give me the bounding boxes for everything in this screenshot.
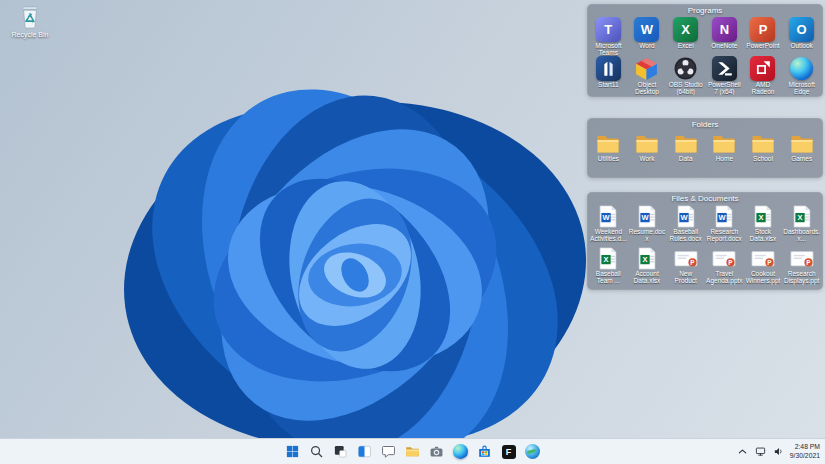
folders-item-label: Utilities bbox=[598, 155, 619, 162]
svg-text:W: W bbox=[641, 213, 649, 222]
programs-item-label: Outlook bbox=[790, 42, 812, 49]
recycle-bin-label: Recycle Bin bbox=[12, 31, 49, 39]
volume-icon[interactable] bbox=[772, 445, 786, 459]
word-icon: W bbox=[634, 17, 659, 42]
chat-icon bbox=[381, 444, 397, 460]
folders-item[interactable]: Home bbox=[705, 131, 744, 177]
taskbar-search-button[interactable] bbox=[308, 443, 326, 461]
programs-item[interactable]: Object Desktop bbox=[628, 56, 667, 95]
recycle-bin[interactable]: Recycle Bin bbox=[6, 4, 54, 39]
files-item[interactable]: W Resume.docx bbox=[628, 205, 667, 247]
folders-item[interactable]: Work bbox=[628, 131, 667, 177]
files-item-label: Research Report.docx bbox=[706, 228, 743, 243]
taskbar-start-button[interactable] bbox=[284, 443, 302, 461]
programs-item[interactable]: Microsoft Edge bbox=[782, 56, 821, 95]
network-icon[interactable] bbox=[754, 445, 768, 459]
programs-item-label: Object Desktop bbox=[628, 81, 665, 95]
ppt-file-icon: P bbox=[790, 247, 814, 270]
files-item[interactable]: P Research Displays.pptx bbox=[782, 247, 821, 289]
files-item-label: Baseball Team ... bbox=[590, 270, 627, 285]
files-item[interactable]: X Dashboards.x... bbox=[782, 205, 821, 247]
files-item[interactable]: X Account Data.xlsx bbox=[628, 247, 667, 289]
taskbar-deskscapes-button[interactable] bbox=[524, 443, 542, 461]
files-item-label: Resume.docx bbox=[628, 228, 665, 243]
taskbar-snipping-tool-button[interactable] bbox=[428, 443, 446, 461]
files-item[interactable]: X Stock Data.xlsx bbox=[744, 205, 783, 247]
programs-item[interactable]: W Word bbox=[628, 17, 667, 56]
files-item-label: Weekend Activities.d... bbox=[590, 228, 627, 243]
files-item[interactable]: W Baseball Rules.docx bbox=[666, 205, 705, 247]
excel-file-icon: X bbox=[635, 247, 659, 270]
excel-file-icon: X bbox=[596, 247, 620, 270]
excel-icon: X bbox=[673, 17, 698, 42]
snipping-tool-icon bbox=[429, 444, 445, 460]
svg-text:P: P bbox=[729, 259, 733, 266]
svg-text:W: W bbox=[680, 213, 688, 222]
object-desktop-icon bbox=[634, 56, 659, 81]
programs-item[interactable]: P PowerPoint bbox=[744, 17, 783, 56]
files-item-label: Research Displays.pptx bbox=[783, 270, 820, 285]
files-item-label: Stock Data.xlsx bbox=[744, 228, 781, 243]
programs-item[interactable]: T Microsoft Teams bbox=[589, 17, 628, 56]
files-item[interactable]: P New Product Pack Desi... bbox=[666, 247, 705, 289]
fence-files-titlebar[interactable]: Files & Documents bbox=[587, 192, 823, 205]
hidden-icons-chevron-icon[interactable] bbox=[736, 445, 750, 459]
programs-item[interactable]: OBS Studio (64bit) bbox=[666, 56, 705, 95]
taskbar-task-view-button[interactable] bbox=[332, 443, 350, 461]
folder-icon bbox=[596, 133, 620, 155]
programs-item[interactable]: O Outlook bbox=[782, 17, 821, 56]
programs-item[interactable]: AMD Radeon Software bbox=[744, 56, 783, 95]
edge-icon bbox=[789, 56, 814, 81]
svg-text:X: X bbox=[758, 213, 763, 222]
clock-date: 9/30/2021 bbox=[790, 452, 820, 460]
edge-icon bbox=[453, 444, 469, 460]
obs-icon bbox=[673, 56, 698, 81]
files-item-label: Cookout Winners.pptx bbox=[744, 270, 781, 285]
files-item[interactable]: P Cookout Winners.pptx bbox=[744, 247, 783, 289]
programs-item-label: AMD Radeon Software bbox=[744, 81, 781, 95]
taskbar-clock[interactable]: 2:48 PM 9/30/2021 bbox=[790, 443, 820, 460]
folder-icon bbox=[790, 133, 814, 155]
svg-text:X: X bbox=[604, 255, 609, 264]
programs-item-label: Microsoft Teams bbox=[590, 42, 627, 56]
svg-text:P: P bbox=[806, 259, 810, 266]
programs-item[interactable]: N OneNote bbox=[705, 17, 744, 56]
widgets-icon bbox=[357, 444, 373, 460]
folders-item[interactable]: Data bbox=[666, 131, 705, 177]
folders-item[interactable]: Utilities bbox=[589, 131, 628, 177]
files-item[interactable]: W Weekend Activities.d... bbox=[589, 205, 628, 247]
powershell-icon bbox=[712, 56, 737, 81]
folders-item-label: School bbox=[753, 155, 773, 162]
fence-programs-titlebar[interactable]: Programs bbox=[587, 4, 823, 17]
start-icon bbox=[285, 444, 301, 460]
clock-time: 2:48 PM bbox=[790, 443, 820, 451]
programs-item[interactable]: Start11 bbox=[589, 56, 628, 95]
programs-item-label: PowerPoint bbox=[746, 42, 779, 49]
taskbar-widgets-button[interactable] bbox=[356, 443, 374, 461]
fence-folders: Folders Utilities Work Data Home School … bbox=[587, 118, 823, 178]
programs-item[interactable]: PowerShell 7 (x64) bbox=[705, 56, 744, 95]
folders-item[interactable]: Games bbox=[782, 131, 821, 177]
fence-folders-titlebar[interactable]: Folders bbox=[587, 118, 823, 131]
fence-programs-grid: T Microsoft TeamsW WordX ExcelN OneNoteP… bbox=[587, 17, 823, 95]
svg-text:X: X bbox=[797, 213, 802, 222]
taskbar-edge-button[interactable] bbox=[452, 443, 470, 461]
excel-file-icon: X bbox=[751, 205, 775, 228]
word-file-icon: W bbox=[635, 205, 659, 228]
programs-item[interactable]: X Excel bbox=[666, 17, 705, 56]
taskbar-store-button[interactable] bbox=[476, 443, 494, 461]
word-file-icon: W bbox=[674, 205, 698, 228]
amd-icon bbox=[750, 56, 775, 81]
files-item-label: Dashboards.x... bbox=[783, 228, 820, 243]
desktop: Recycle Bin Programs T Microsoft TeamsW … bbox=[0, 0, 825, 464]
files-item[interactable]: W Research Report.docx bbox=[705, 205, 744, 247]
taskbar-file-explorer-button[interactable] bbox=[404, 443, 422, 461]
files-item[interactable]: P Travel Agenda.pptx bbox=[705, 247, 744, 289]
folders-item[interactable]: School bbox=[744, 131, 783, 177]
taskbar-fences-button[interactable]: F bbox=[500, 443, 518, 461]
fence-files-grid: W Weekend Activities.d...W Resume.docxW … bbox=[587, 205, 823, 289]
files-item-label: Account Data.xlsx bbox=[628, 270, 665, 285]
start11-icon bbox=[596, 56, 621, 81]
files-item[interactable]: X Baseball Team ... bbox=[589, 247, 628, 289]
taskbar-chat-button[interactable] bbox=[380, 443, 398, 461]
